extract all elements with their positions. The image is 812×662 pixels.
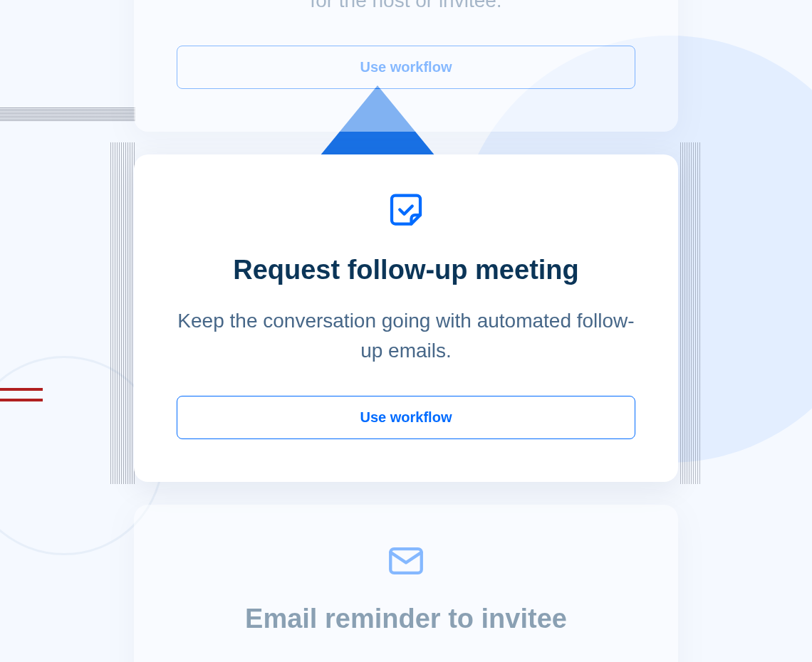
artifact-band-right [680, 142, 702, 484]
workflow-card: Email reminder to invitee Use workflow [134, 505, 678, 662]
note-check-icon [177, 190, 635, 233]
workflow-cards-list: Text reminder for the host or invitee. U… [134, 0, 678, 662]
workflow-card: Text reminder for the host or invitee. U… [134, 0, 678, 132]
artifact-band-left [110, 142, 135, 484]
envelope-icon [177, 540, 635, 582]
artifact-stripe [0, 388, 43, 391]
card-description: Keep the conversation going with automat… [177, 306, 635, 366]
artifact-stripe [0, 399, 43, 401]
card-title: Email reminder to invitee [177, 603, 635, 636]
card-title: Request follow-up meeting [177, 254, 635, 287]
artifact-band [0, 107, 135, 121]
card-description: for the host or invitee. [177, 0, 635, 16]
use-workflow-button[interactable]: Use workflow [177, 46, 635, 89]
use-workflow-button[interactable]: Use workflow [177, 396, 635, 439]
workflow-card: Request follow-up meeting Keep the conve… [134, 154, 678, 483]
